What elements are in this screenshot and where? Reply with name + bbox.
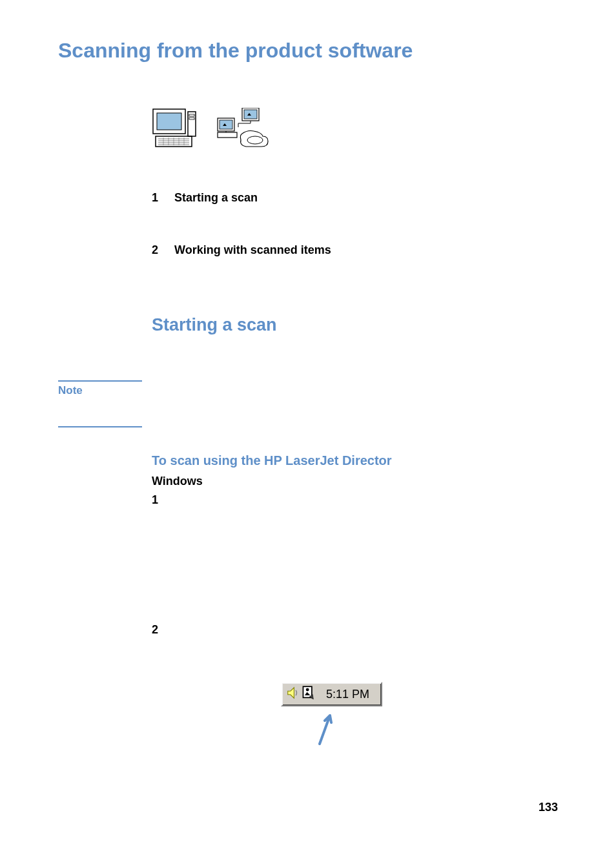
svg-rect-4 (189, 118, 194, 119)
svg-point-26 (306, 688, 309, 692)
system-tray: 5:11 PM (281, 682, 382, 706)
step-number: 2 (152, 623, 558, 637)
note-rule-top (58, 380, 142, 382)
icon-row-devices (152, 108, 558, 152)
network-scanner-icon (216, 108, 274, 152)
step-number: 1 (152, 493, 558, 507)
svg-rect-19 (218, 132, 237, 138)
svg-rect-18 (220, 120, 232, 129)
subsection-heading: To scan using the HP LaserJet Director (152, 453, 558, 468)
note-label: Note (58, 384, 558, 397)
svg-rect-16 (244, 110, 257, 119)
svg-rect-1 (157, 113, 181, 130)
toc-label: Starting a scan (174, 191, 258, 205)
note-block: Note (58, 380, 558, 427)
toc-number: 1 (152, 191, 174, 205)
tray-clock: 5:11 PM (326, 688, 369, 701)
hp-director-tray-icon (302, 686, 326, 703)
pointer-arrow (313, 712, 558, 750)
toc-item: 2 Working with scanned items (152, 243, 558, 257)
os-heading: Windows (152, 475, 558, 488)
speaker-icon (286, 686, 302, 703)
toc-label: Working with scanned items (174, 243, 331, 257)
section-heading: Starting a scan (152, 315, 558, 335)
page-title: Scanning from the product software (58, 39, 558, 63)
computer-icon (152, 108, 203, 152)
toc-item: 1 Starting a scan (152, 191, 558, 205)
page-number: 133 (539, 801, 558, 814)
toc-number: 2 (152, 243, 174, 257)
svg-rect-3 (189, 114, 194, 116)
note-rule-bottom (58, 426, 142, 427)
